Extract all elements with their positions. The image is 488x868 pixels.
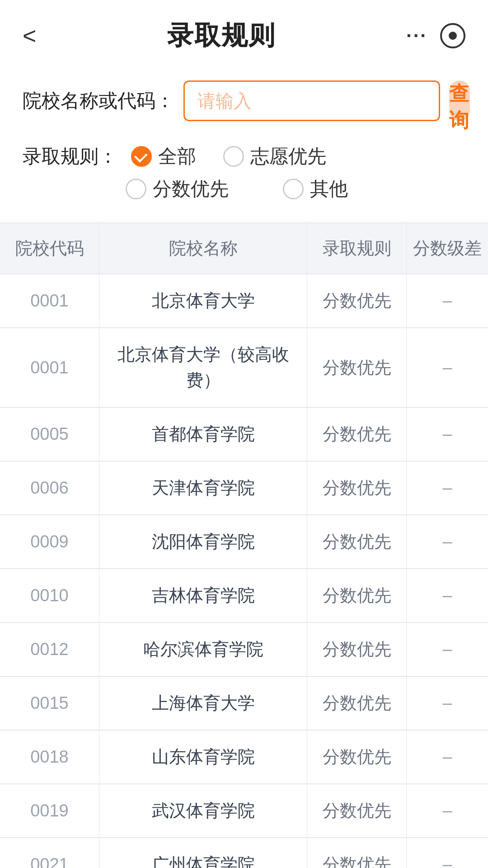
cell-rule: 分数优先 [307, 838, 407, 868]
radio-all[interactable]: 全部 [131, 144, 196, 169]
col-header-diff: 分数级差 [407, 223, 488, 274]
header-actions: ··· [406, 23, 465, 48]
cell-code: 0021 [0, 838, 99, 868]
cell-rule: 分数优先 [307, 731, 407, 783]
table-row[interactable]: 0009 沈阳体育学院 分数优先 – [0, 515, 488, 569]
cell-rule: 分数优先 [307, 328, 407, 407]
cell-rule: 分数优先 [307, 569, 407, 622]
table-row[interactable]: 0012 哈尔滨体育学院 分数优先 – [0, 623, 488, 677]
radio-label-all: 全部 [158, 144, 196, 169]
cell-diff: – [407, 623, 488, 676]
col-header-code: 院校代码 [0, 223, 99, 274]
table-row[interactable]: 0021 广州体育学院 分数优先 – [0, 838, 488, 868]
cell-name: 哈尔滨体育学院 [99, 623, 307, 676]
filter-row-1: 录取规则： 全部 志愿优先 [23, 144, 465, 169]
search-button[interactable]: 查询 [449, 80, 470, 121]
table-body: 0001 北京体育大学 分数优先 – 0001 北京体育大学（较高收费） 分数优… [0, 274, 488, 868]
search-input[interactable] [183, 80, 440, 121]
table-row[interactable]: 0001 北京体育大学 分数优先 – [0, 274, 488, 328]
cell-rule: 分数优先 [307, 462, 407, 514]
radio-circle-all [131, 146, 152, 167]
cell-diff: – [407, 328, 488, 407]
cell-diff: – [407, 784, 488, 837]
cell-name: 武汉体育学院 [99, 784, 307, 837]
radio-group: 全部 志愿优先 [131, 144, 326, 169]
back-button[interactable]: < [23, 22, 36, 49]
table-row[interactable]: 0019 武汉体育学院 分数优先 – [0, 784, 488, 838]
radio-label-other: 其他 [310, 176, 348, 202]
cell-name: 上海体育大学 [99, 677, 307, 730]
radio-other[interactable]: 其他 [283, 176, 348, 202]
cell-name: 北京体育大学 [99, 274, 307, 327]
cell-code: 0018 [0, 731, 99, 783]
cell-name: 北京体育大学（较高收费） [99, 328, 307, 407]
radio-label-volunteer: 志愿优先 [250, 144, 326, 169]
table-row[interactable]: 0006 天津体育学院 分数优先 – [0, 462, 488, 515]
cell-code: 0015 [0, 677, 99, 730]
filter-row-2: 分数优先 其他 [23, 176, 465, 202]
radio-volunteer[interactable]: 志愿优先 [223, 144, 326, 169]
cell-diff: – [407, 408, 488, 461]
radio-group-2: 分数优先 其他 [126, 176, 348, 202]
radio-circle-score [126, 179, 146, 199]
cell-code: 0009 [0, 515, 99, 568]
cell-rule: 分数优先 [307, 408, 407, 461]
table-row[interactable]: 0015 上海体育大学 分数优先 – [0, 677, 488, 731]
col-header-name: 院校名称 [99, 223, 307, 274]
cell-name: 首都体育学院 [99, 408, 307, 461]
cell-rule: 分数优先 [307, 677, 407, 730]
table-row[interactable]: 0001 北京体育大学（较高收费） 分数优先 – [0, 328, 488, 408]
cell-rule: 分数优先 [307, 784, 407, 837]
cell-code: 0010 [0, 569, 99, 622]
cell-diff: – [407, 515, 488, 568]
cell-code: 0012 [0, 623, 99, 676]
table-row[interactable]: 0005 首都体育学院 分数优先 – [0, 408, 488, 462]
cell-name: 沈阳体育学院 [99, 515, 307, 568]
cell-rule: 分数优先 [307, 623, 407, 676]
radio-label-score: 分数优先 [153, 176, 229, 202]
page-title: 录取规则 [167, 18, 276, 53]
cell-diff: – [407, 569, 488, 622]
table-row[interactable]: 0018 山东体育学院 分数优先 – [0, 731, 488, 784]
cell-code: 0019 [0, 784, 99, 837]
cell-diff: – [407, 462, 488, 514]
search-label: 院校名称或代码： [23, 88, 174, 113]
cell-name: 广州体育学院 [99, 838, 307, 868]
cell-code: 0005 [0, 408, 99, 461]
more-options-icon[interactable]: ··· [406, 25, 427, 47]
col-header-rule: 录取规则 [307, 223, 407, 274]
radio-circle-volunteer [223, 146, 244, 167]
cell-diff: – [407, 838, 488, 868]
cell-diff: – [407, 731, 488, 783]
radio-score[interactable]: 分数优先 [126, 176, 229, 202]
search-section: 院校名称或代码： 查询 [0, 67, 488, 135]
table-row[interactable]: 0010 吉林体育学院 分数优先 – [0, 569, 488, 623]
cell-name: 吉林体育学院 [99, 569, 307, 622]
cell-code: 0001 [0, 328, 99, 407]
cell-rule: 分数优先 [307, 515, 407, 568]
data-table: 院校代码 院校名称 录取规则 分数级差 0001 北京体育大学 分数优先 – 0… [0, 222, 488, 868]
filter-label: 录取规则： [23, 144, 117, 169]
cell-diff: – [407, 677, 488, 730]
record-icon[interactable] [440, 23, 465, 48]
cell-rule: 分数优先 [307, 274, 407, 327]
cell-name: 山东体育学院 [99, 731, 307, 783]
cell-name: 天津体育学院 [99, 462, 307, 514]
cell-code: 0006 [0, 462, 99, 514]
filter-section: 录取规则： 全部 志愿优先 分数优先 其他 [0, 135, 488, 222]
header: < 录取规则 ··· [0, 0, 488, 67]
table-header: 院校代码 院校名称 录取规则 分数级差 [0, 223, 488, 274]
cell-diff: – [407, 274, 488, 327]
cell-code: 0001 [0, 274, 99, 327]
radio-circle-other [283, 179, 304, 199]
